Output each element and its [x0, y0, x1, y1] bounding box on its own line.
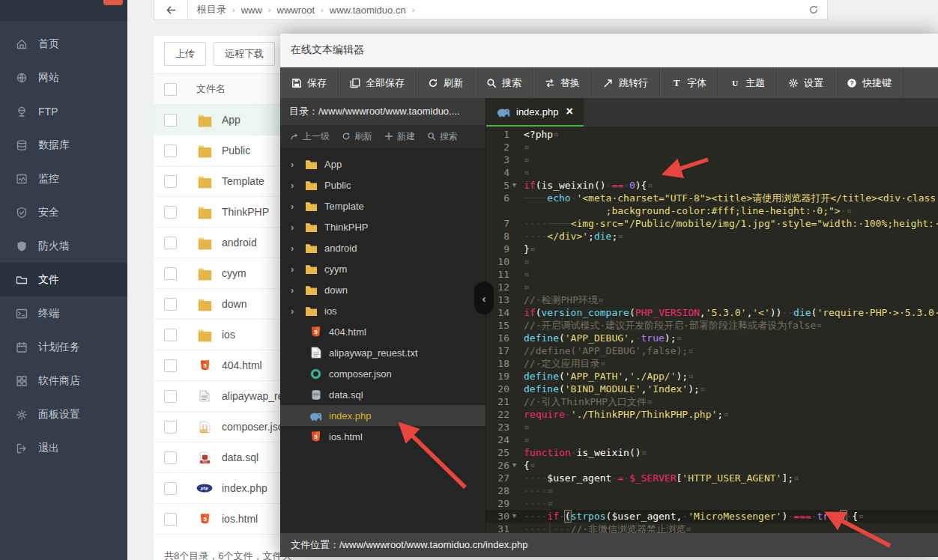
chevron-right-icon[interactable]: › [291, 305, 300, 317]
file-manager-button-远程下载[interactable]: 远程下载 [214, 42, 275, 66]
select-all-checkbox[interactable] [164, 83, 177, 96]
filename-column-header[interactable]: 文件名 [196, 82, 226, 96]
chevron-right-icon[interactable]: › [291, 180, 300, 191]
line-number-gutter: 29 [486, 497, 519, 510]
row-checkbox[interactable] [164, 421, 177, 433]
code-token: ·· [781, 307, 793, 318]
tree-file[interactable]: 5404.html [280, 321, 485, 342]
text-file-icon [309, 347, 322, 359]
tree-folder[interactable]: ›App [280, 153, 485, 174]
code-token: ¤ [723, 409, 729, 420]
row-checkbox[interactable] [164, 359, 177, 372]
chevron-right-icon[interactable]: › [291, 159, 300, 170]
tree-tool-新建[interactable]: 新建 [384, 130, 415, 143]
sidebar-item-label: 数据库 [38, 139, 70, 152]
fold-marker-icon[interactable]: ▼ [509, 179, 519, 192]
chevron-right-icon[interactable]: › [291, 284, 300, 296]
chevron-right-icon[interactable]: › [291, 264, 300, 275]
chevron-right-icon[interactable]: › [291, 222, 300, 233]
file-manager-button-上传[interactable]: 上传 [164, 42, 206, 66]
sidebar-item-terminal[interactable]: 终端 [0, 296, 127, 330]
row-checkbox[interactable] [164, 267, 177, 280]
file-name: index.php [222, 482, 267, 494]
tree-tool-搜索[interactable]: 搜索 [427, 130, 458, 143]
sidebar-item-database[interactable]: 数据库 [0, 128, 127, 162]
editor-toolbar-替换[interactable]: 替换 [533, 67, 592, 98]
tab-close-icon[interactable]: × [566, 106, 572, 118]
tree-collapse-handle[interactable]: ‹ [474, 281, 494, 314]
row-checkbox[interactable] [164, 298, 177, 311]
code-editor[interactable]: 1<?php¤2¤3¤4¤5▼if(is_weixin()·==·0){¤6──… [486, 127, 938, 533]
editor-toolbar-搜索[interactable]: 搜索 [475, 67, 533, 98]
row-checkbox[interactable] [164, 175, 177, 188]
breadcrumb-segment[interactable]: www.taomiduo.cn [330, 4, 406, 16]
sidebar-item-firewall[interactable]: 防火墙 [0, 229, 127, 263]
code-token: (is_weixin() [536, 180, 606, 191]
tree-file[interactable]: alipaywap_reuest.txt [280, 342, 485, 363]
tree-folder[interactable]: ›cyym [280, 258, 485, 279]
tree-folder[interactable]: ›Template [280, 195, 485, 216]
row-checkbox[interactable] [164, 513, 177, 526]
row-checkbox[interactable] [164, 237, 177, 249]
fold-marker-icon [509, 383, 519, 395]
editor-toolbar-刷新[interactable]: 刷新 [417, 67, 475, 98]
refresh-path-button[interactable] [800, 4, 827, 15]
row-checkbox[interactable] [164, 451, 177, 464]
tree-tool-刷新[interactable]: 刷新 [342, 130, 372, 143]
sidebar-item-logout[interactable]: 退出 [0, 431, 127, 465]
breadcrumb-segment[interactable]: www [241, 4, 262, 16]
tree-file[interactable]: composer.json [280, 363, 485, 384]
breadcrumb-segment[interactable]: 根目录 [197, 3, 226, 16]
svg-text:5: 5 [314, 329, 318, 335]
sidebar-item-appstore[interactable]: 软件商店 [0, 364, 127, 398]
tree-folder[interactable]: ›Public [280, 174, 485, 195]
editor-toolbar-快捷键[interactable]: ?快捷键 [835, 67, 904, 98]
code-text: ¤ [519, 141, 938, 153]
tree-folder[interactable]: ›ios [280, 300, 485, 321]
tree-folder[interactable]: ›down [280, 279, 485, 300]
svg-text:SQL: SQL [202, 460, 208, 463]
fold-marker-icon[interactable]: ▼ [509, 510, 519, 523]
editor-toolbar-设置[interactable]: 设置 [777, 67, 835, 98]
tree-file[interactable]: index.php [280, 405, 485, 426]
editor-toolbar-主题[interactable]: U主题 [718, 67, 777, 98]
breadcrumb-segment[interactable]: wwwroot [277, 4, 315, 16]
fold-marker-icon [509, 523, 519, 533]
tree-folder[interactable]: ›ThinkPHP [280, 216, 485, 237]
sidebar-item-home[interactable]: 首页 [0, 27, 127, 61]
chevron-right-icon[interactable]: › [291, 201, 300, 212]
sidebar-item-panel-settings[interactable]: 面板设置 [0, 398, 127, 431]
editor-toolbar-跳转行[interactable]: 跳转行 [592, 67, 660, 98]
row-checkbox[interactable] [164, 482, 177, 495]
chevron-right-icon[interactable]: › [291, 243, 300, 254]
line-number: 20 [490, 383, 509, 395]
row-checkbox[interactable] [164, 390, 177, 403]
row-checkbox[interactable] [164, 206, 177, 219]
code-token: true [817, 511, 840, 522]
code-token: ;background-color:#fff;line-height:·0;"> [606, 205, 841, 216]
editor-toolbar-保存[interactable]: 保存 [280, 67, 339, 98]
tree-folder[interactable]: ›android [280, 237, 485, 258]
appstore-icon [15, 374, 28, 387]
row-checkbox[interactable] [164, 329, 177, 341]
editor-toolbar-字体[interactable]: T字体 [660, 67, 718, 98]
sidebar-item-security[interactable]: 安全 [0, 195, 127, 229]
tab-index-php[interactable]: index.php × [486, 98, 584, 127]
back-button[interactable] [154, 0, 188, 19]
sidebar-item-files[interactable]: 文件 [0, 263, 127, 296]
tree-file[interactable]: data.sql [280, 384, 485, 405]
code-token: ¤ [816, 320, 822, 331]
sidebar-item-monitor[interactable]: 监控 [0, 162, 127, 195]
sidebar-item-cron[interactable]: 计划任务 [0, 330, 127, 364]
sidebar-item-site[interactable]: 网站 [0, 61, 127, 94]
editor-toolbar-全部保存[interactable]: 全部保存 [339, 67, 417, 98]
row-checkbox[interactable] [164, 144, 177, 157]
fold-marker-icon [509, 204, 519, 217]
row-checkbox[interactable] [164, 114, 177, 127]
line-number-gutter: 6 [486, 192, 519, 204]
fold-marker-icon[interactable]: ▼ [509, 459, 519, 472]
code-token: ( [559, 371, 565, 382]
sidebar-item-ftp[interactable]: FTP [0, 94, 127, 128]
tree-tool-上一级[interactable]: 上一级 [290, 130, 330, 143]
tree-file[interactable]: 5ios.html [280, 426, 485, 447]
